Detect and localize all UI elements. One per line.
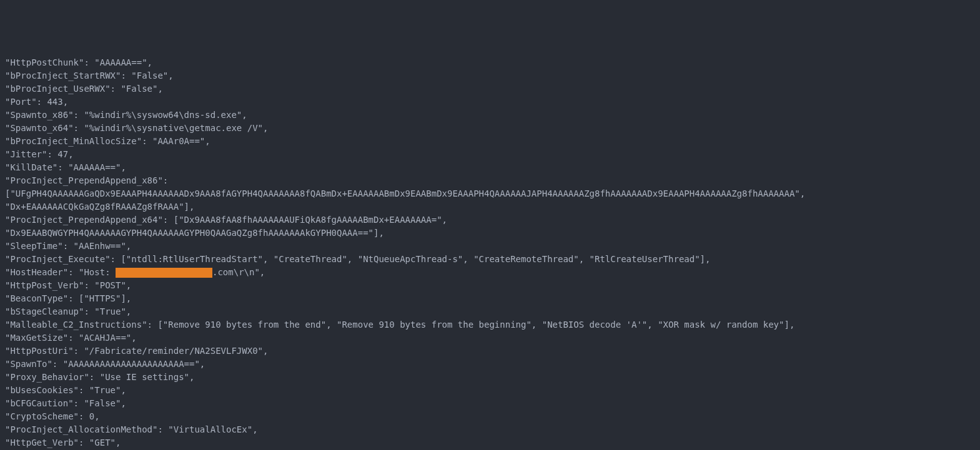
config-line: "Malleable_C2_Instructions": ["Remove 91… [5,318,975,331]
config-line: "bCFGCaution": "False", [5,397,975,410]
config-line: "HttpGet_Verb": "GET", [5,436,975,449]
config-line: "ProcInject_Execute": ["ntdll:RtlUserThr… [5,253,975,266]
config-line: "Port": 443, [5,95,975,109]
config-line: "ProcInject_PrependAppend_x86": [5,174,975,187]
config-line: "KillDate": "AAAAAA==", [5,161,975,174]
config-line: "BeaconType": ["HTTPS"], [5,292,975,305]
config-line: ["UFgPH4QAAAAAAGaQDx9EAAAPH4AAAAAADx9AAA… [5,187,975,200]
config-line: "Spawnto_x86": "%windir%\syswow64\dns-sd… [5,109,975,122]
config-line: "Dx9EAABQWGYPH4QAAAAAAGYPH4QAAAAAAGYPH0Q… [5,227,975,240]
config-line: "HttpPost_Verb": "POST", [5,279,975,292]
config-line: "SpawnTo": "AAAAAAAAAAAAAAAAAAAAAA==", [5,358,975,371]
config-json-dump: "HttpPostChunk": "AAAAAA==","bProcInject… [5,56,975,450]
config-line: "HttpPostChunk": "AAAAAA==", [5,56,975,69]
config-line: "bUsesCookies": "True", [5,384,975,397]
config-line: "ProcInject_PrependAppend_x64": ["Dx9AAA… [5,213,975,227]
config-line: "HttpPostUri": "/Fabricate/reminder/NA2S… [5,345,975,358]
config-line: "SleepTime": "AAEnhw==", [5,240,975,253]
config-line: "Jitter": 47, [5,148,975,161]
config-line: "MaxGetSize": "ACAHJA==", [5,331,975,345]
config-line: "bStageCleanup": "True", [5,305,975,318]
config-line: "Dx+EAAAAAACQkGaQZg8fRAAAZg8fRAAA"], [5,200,975,213]
config-line: "ProcInject_AllocationMethod": "VirtualA… [5,423,975,436]
config-line: "CryptoScheme": 0, [5,410,975,423]
redacted-host [116,268,212,278]
config-line: "HostHeader": "Host: .com\r\n", [5,266,975,279]
config-line: "bProcInject_UseRWX": "False", [5,82,975,95]
config-line: "Spawnto_x64": "%windir%\sysnative\getma… [5,122,975,135]
config-line: "bProcInject_MinAllocSize": "AAAr0A==", [5,135,975,148]
config-line: "Proxy_Behavior": "Use IE settings", [5,371,975,384]
config-line: "bProcInject_StartRWX": "False", [5,69,975,82]
